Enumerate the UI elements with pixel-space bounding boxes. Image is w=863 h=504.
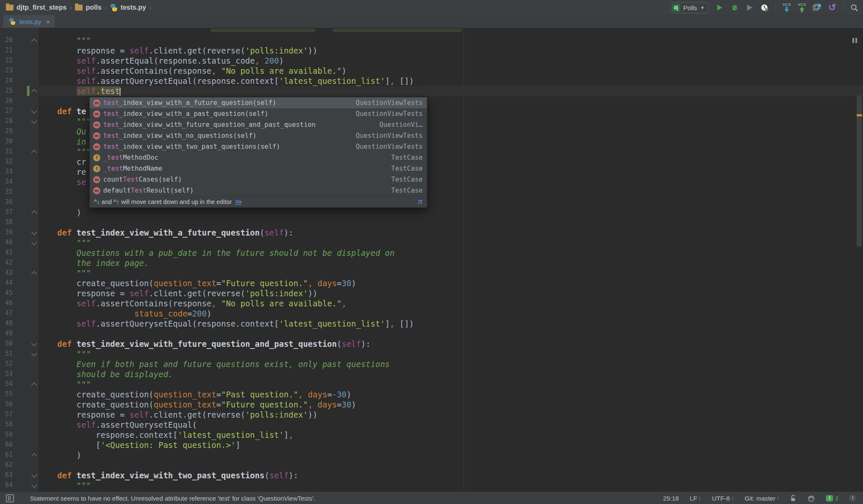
code-line[interactable]: 47status_code=200) — [0, 308, 863, 319]
code-text[interactable]: Questions with a pub_date in the future … — [38, 248, 863, 258]
code-text[interactable]: """ — [38, 379, 863, 389]
fold-marker-icon[interactable] — [31, 340, 37, 346]
coverage-icon[interactable] — [745, 3, 754, 13]
event-log-icon[interactable]: ! — [849, 495, 856, 502]
code-text[interactable]: response = self.client.get(reverse('poll… — [38, 288, 863, 298]
code-text[interactable]: self.assertQuerysetEqual(response.contex… — [38, 319, 863, 329]
code-text[interactable]: the index page. — [38, 258, 863, 268]
code-text[interactable] — [38, 460, 863, 470]
code-text[interactable]: ['<Question: Past question.>'] — [38, 440, 863, 450]
code-line[interactable]: 48self.assertQuerysetEqual(response.cont… — [0, 319, 863, 329]
breadcrumb-item-project[interactable]: djtp_first_steps — [6, 4, 67, 11]
warning-stripe-mark[interactable] — [857, 114, 862, 116]
git-branch-widget[interactable]: Git: master↕ — [745, 495, 779, 502]
code-line[interactable]: 62 — [0, 460, 863, 470]
close-icon[interactable]: × — [46, 18, 50, 25]
code-line[interactable]: 43""" — [0, 268, 863, 278]
fold-marker-icon[interactable] — [31, 453, 37, 459]
code-text[interactable]: create_question(question_text="Past ques… — [38, 389, 863, 399]
search-icon[interactable] — [850, 3, 859, 13]
completion-item[interactable]: mcountTestCases(self)TestCase — [90, 174, 427, 185]
code-text[interactable]: ) — [38, 207, 863, 217]
completion-item[interactable]: mtest_index_view_with_a_future_question(… — [90, 97, 427, 108]
code-text[interactable]: def test_index_view_with_a_future_questi… — [38, 228, 863, 238]
code-line[interactable]: 46self.assertContains(response, "No poll… — [0, 298, 863, 308]
fold-marker-icon[interactable] — [31, 482, 37, 488]
fold-marker-icon[interactable] — [31, 38, 37, 44]
code-text[interactable] — [38, 329, 863, 339]
vcs-commit-icon[interactable]: VCS — [797, 3, 807, 13]
scrollbar-thumb[interactable] — [857, 95, 862, 247]
fold-marker-icon[interactable] — [31, 239, 37, 245]
code-line[interactable]: 54""" — [0, 379, 863, 389]
completion-item[interactable]: mdefaultTestResult(self)TestCase — [90, 185, 427, 196]
code-text[interactable]: status_code=200) — [38, 308, 863, 319]
fold-marker-icon[interactable] — [31, 382, 37, 388]
code-line[interactable]: 41Questions with a pub_date in the futur… — [0, 248, 863, 258]
code-line[interactable]: 20""" — [0, 35, 863, 46]
code-line[interactable]: 53should be displayed. — [0, 369, 863, 379]
tab-tests-py[interactable]: tests.py × — [3, 15, 55, 28]
code-text[interactable]: Even if both past and future questions e… — [38, 359, 863, 369]
line-separator-widget[interactable]: LF↕ — [690, 495, 701, 502]
code-line[interactable]: 42the index page. — [0, 258, 863, 268]
fold-marker-icon[interactable] — [31, 229, 37, 235]
code-text[interactable] — [38, 217, 863, 228]
completion-list[interactable]: mtest_index_view_with_a_future_question(… — [90, 97, 427, 196]
run-configuration-select[interactable]: dj Polls ▼ — [670, 2, 709, 13]
code-line[interactable]: 64""" — [0, 480, 863, 491]
code-text[interactable]: self.assertEqual(response.status_code, 2… — [38, 56, 863, 66]
code-text[interactable]: self.test — [38, 86, 863, 96]
code-text[interactable]: """ — [38, 268, 863, 278]
code-line[interactable]: 49 — [0, 329, 863, 339]
code-line[interactable]: 50def test_index_view_with_future_questi… — [0, 339, 863, 349]
code-text[interactable]: """ — [38, 480, 863, 491]
code-line[interactable]: 61) — [0, 450, 863, 460]
code-text[interactable]: ) — [38, 450, 863, 460]
breadcrumb-item-file[interactable]: tests.py — [110, 4, 146, 11]
code-line[interactable]: 38 — [0, 217, 863, 228]
encoding-widget[interactable]: UTF-8↕ — [712, 495, 734, 502]
code-line[interactable]: 52Even if both past and future questions… — [0, 359, 863, 369]
code-line[interactable]: 63def test_index_view_with_two_past_ques… — [0, 470, 863, 480]
code-editor[interactable]: 20"""21response = self.client.get(revers… — [0, 28, 863, 491]
fold-marker-icon[interactable] — [31, 108, 37, 114]
breadcrumb-item-polls[interactable]: polls — [75, 4, 101, 11]
code-line[interactable]: 57response = self.client.get(reverse('po… — [0, 410, 863, 420]
code-line[interactable]: 25self.test — [0, 86, 863, 96]
code-line[interactable]: 22self.assertEqual(response.status_code,… — [0, 56, 863, 66]
profiler-icon[interactable] — [760, 3, 769, 13]
code-line[interactable]: 60['<Question: Past question.>'] — [0, 440, 863, 450]
completion-item[interactable]: f_testMethodDocTestCase — [90, 152, 427, 163]
code-text[interactable]: self.assertQuerysetEqual(response.contex… — [38, 76, 863, 86]
code-text[interactable]: self.assertQuerysetEqual( — [38, 420, 863, 430]
completion-item[interactable]: mtest_index_view_with_no_questions(self)… — [90, 130, 427, 141]
code-line[interactable]: 44create_question(question_text="Future … — [0, 278, 863, 288]
fold-marker-icon[interactable] — [31, 150, 37, 155]
code-text[interactable]: self.assertContains(response, "No polls … — [38, 298, 863, 308]
lock-icon[interactable] — [790, 495, 796, 501]
code-text[interactable]: create_question(question_text="Future qu… — [38, 278, 863, 288]
notifications-widget[interactable]: ! 2 — [826, 495, 838, 501]
rollback-icon[interactable]: ↺ — [828, 3, 837, 13]
code-line[interactable]: 21response = self.client.get(reverse('po… — [0, 46, 863, 56]
vcs-update-icon[interactable]: VCS — [782, 3, 791, 13]
code-text[interactable]: response = self.client.get(reverse('poll… — [38, 410, 863, 420]
code-line[interactable]: 24self.assertQuerysetEqual(response.cont… — [0, 76, 863, 86]
code-line[interactable]: 39def test_index_view_with_a_future_ques… — [0, 228, 863, 238]
code-line[interactable]: 59response.context['latest_question_list… — [0, 430, 863, 440]
code-line[interactable]: 37) — [0, 207, 863, 217]
code-text[interactable]: def test_index_view_with_future_question… — [38, 339, 863, 349]
code-text[interactable]: """ — [38, 238, 863, 248]
compare-history-icon[interactable] — [812, 3, 822, 13]
code-text[interactable]: self.assertContains(response, "No polls … — [38, 66, 863, 76]
code-line[interactable]: 23self.assertContains(response, "No poll… — [0, 66, 863, 76]
fold-marker-icon[interactable] — [31, 89, 37, 95]
debug-icon[interactable] — [730, 3, 739, 13]
fold-marker-icon[interactable] — [31, 271, 37, 277]
inspection-indicator-icon[interactable] — [852, 38, 857, 43]
code-line[interactable]: 56create_question(question_text="Future … — [0, 399, 863, 410]
code-text[interactable]: response = self.client.get(reverse('poll… — [38, 46, 863, 56]
run-icon[interactable] — [715, 3, 724, 13]
code-line[interactable]: 55create_question(question_text="Past qu… — [0, 389, 863, 399]
